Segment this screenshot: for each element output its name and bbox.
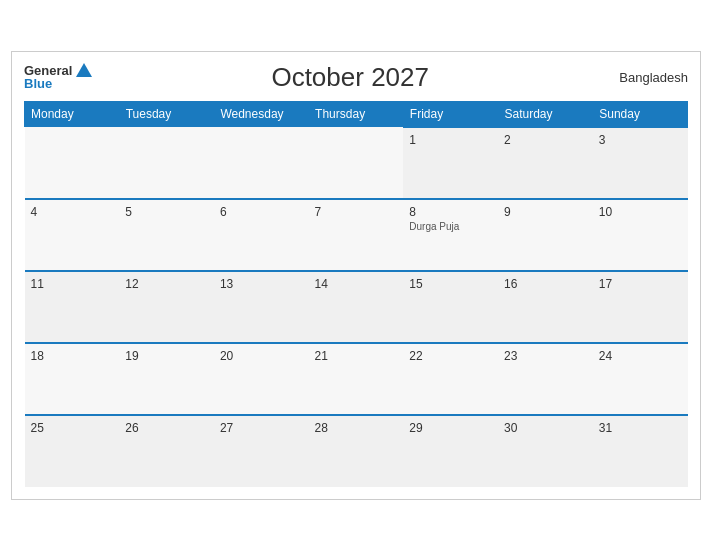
day-number: 19: [125, 349, 208, 363]
calendar-cell: 9: [498, 199, 593, 271]
day-event: Durga Puja: [409, 221, 492, 232]
weekday-header-friday: Friday: [403, 101, 498, 127]
calendar-week-row: 45678Durga Puja910: [25, 199, 688, 271]
day-number: 29: [409, 421, 492, 435]
calendar-cell: 4: [25, 199, 120, 271]
day-number: 15: [409, 277, 492, 291]
day-number: 22: [409, 349, 492, 363]
weekday-header-saturday: Saturday: [498, 101, 593, 127]
calendar-cell: [119, 127, 214, 199]
calendar-cell: 11: [25, 271, 120, 343]
day-number: 25: [31, 421, 114, 435]
calendar-cell: 31: [593, 415, 688, 487]
day-number: 11: [31, 277, 114, 291]
calendar-cell: 16: [498, 271, 593, 343]
calendar-cell: 6: [214, 199, 309, 271]
day-number: 9: [504, 205, 587, 219]
day-number: 28: [315, 421, 398, 435]
weekday-header-tuesday: Tuesday: [119, 101, 214, 127]
day-number: 2: [504, 133, 587, 147]
day-number: 8: [409, 205, 492, 219]
day-number: 4: [31, 205, 114, 219]
calendar-cell: 2: [498, 127, 593, 199]
logo-triangle-icon: [76, 63, 92, 77]
calendar-cell: 23: [498, 343, 593, 415]
weekday-header-wednesday: Wednesday: [214, 101, 309, 127]
calendar-cell: 19: [119, 343, 214, 415]
calendar-cell: 3: [593, 127, 688, 199]
calendar-header: General Blue October 2027 Bangladesh: [24, 62, 688, 93]
day-number: 20: [220, 349, 303, 363]
calendar-cell: 17: [593, 271, 688, 343]
weekday-header-sunday: Sunday: [593, 101, 688, 127]
calendar-grid: MondayTuesdayWednesdayThursdayFridaySatu…: [24, 101, 688, 487]
day-number: 6: [220, 205, 303, 219]
weekday-header-monday: Monday: [25, 101, 120, 127]
day-number: 17: [599, 277, 682, 291]
day-number: 5: [125, 205, 208, 219]
day-number: 30: [504, 421, 587, 435]
calendar-cell: 27: [214, 415, 309, 487]
logo: General Blue: [24, 64, 92, 90]
weekday-header-thursday: Thursday: [309, 101, 404, 127]
weekday-header-row: MondayTuesdayWednesdayThursdayFridaySatu…: [25, 101, 688, 127]
calendar-cell: [25, 127, 120, 199]
calendar-cell: 15: [403, 271, 498, 343]
calendar-cell: 28: [309, 415, 404, 487]
calendar: General Blue October 2027 Bangladesh Mon…: [11, 51, 701, 500]
calendar-cell: 1: [403, 127, 498, 199]
calendar-cell: 21: [309, 343, 404, 415]
calendar-cell: [309, 127, 404, 199]
day-number: 24: [599, 349, 682, 363]
calendar-cell: 26: [119, 415, 214, 487]
calendar-cell: 25: [25, 415, 120, 487]
calendar-cell: 5: [119, 199, 214, 271]
calendar-country: Bangladesh: [608, 70, 688, 85]
calendar-cell: 12: [119, 271, 214, 343]
day-number: 26: [125, 421, 208, 435]
calendar-cell: 10: [593, 199, 688, 271]
day-number: 23: [504, 349, 587, 363]
calendar-cell: 7: [309, 199, 404, 271]
calendar-title: October 2027: [92, 62, 608, 93]
day-number: 7: [315, 205, 398, 219]
day-number: 12: [125, 277, 208, 291]
day-number: 10: [599, 205, 682, 219]
calendar-cell: 20: [214, 343, 309, 415]
day-number: 18: [31, 349, 114, 363]
calendar-cell: 29: [403, 415, 498, 487]
calendar-week-row: 123: [25, 127, 688, 199]
calendar-cell: 22: [403, 343, 498, 415]
calendar-cell: 30: [498, 415, 593, 487]
day-number: 13: [220, 277, 303, 291]
calendar-week-row: 18192021222324: [25, 343, 688, 415]
day-number: 14: [315, 277, 398, 291]
calendar-cell: 13: [214, 271, 309, 343]
logo-blue-text: Blue: [24, 77, 92, 90]
day-number: 31: [599, 421, 682, 435]
calendar-cell: 14: [309, 271, 404, 343]
calendar-cell: [214, 127, 309, 199]
calendar-cell: 18: [25, 343, 120, 415]
day-number: 16: [504, 277, 587, 291]
calendar-week-row: 25262728293031: [25, 415, 688, 487]
day-number: 3: [599, 133, 682, 147]
calendar-cell: 8Durga Puja: [403, 199, 498, 271]
day-number: 27: [220, 421, 303, 435]
calendar-week-row: 11121314151617: [25, 271, 688, 343]
calendar-cell: 24: [593, 343, 688, 415]
day-number: 21: [315, 349, 398, 363]
day-number: 1: [409, 133, 492, 147]
